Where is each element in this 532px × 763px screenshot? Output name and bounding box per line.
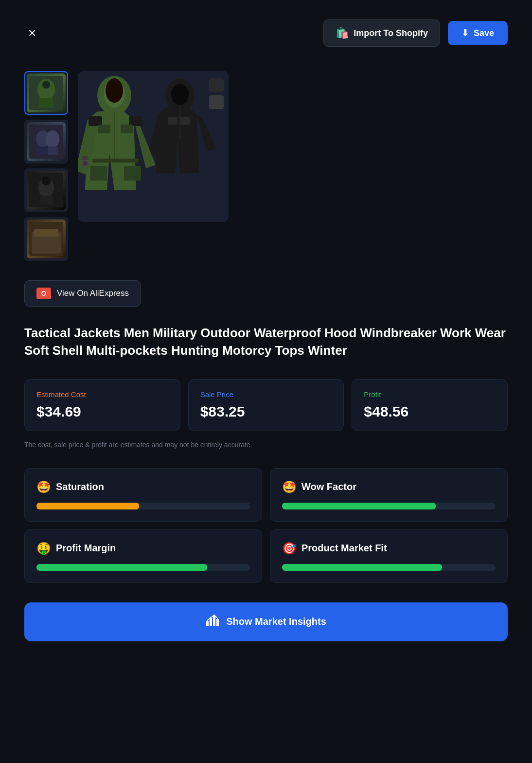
product-market-fit-title: 🎯 Product Market Fit (282, 542, 496, 555)
wow-factor-emoji: 🤩 (282, 480, 297, 494)
svg-rect-15 (34, 229, 58, 236)
header-actions: 🛍️ Import To Shopify ⬇ Save (323, 19, 508, 47)
shopify-icon: 🛍️ (336, 27, 349, 39)
sale-price-value: $83.25 (200, 403, 332, 420)
svg-rect-19 (180, 117, 190, 125)
product-market-fit-emoji: 🎯 (282, 542, 297, 555)
svg-point-34 (83, 161, 88, 166)
wow-factor-label: Wow Factor (301, 481, 356, 492)
svg-point-21 (171, 84, 189, 105)
aliexpress-label: View On AliExpress (57, 289, 129, 298)
svg-rect-43 (213, 616, 215, 626)
wow-factor-card: 🤩 Wow Factor (270, 468, 508, 522)
aliexpress-icon (36, 288, 51, 299)
saturation-progress-fill (36, 503, 139, 509)
thumbnail-image-4 (27, 219, 66, 258)
profit-margin-progress-fill (36, 564, 207, 571)
page-container: × 🛍️ Import To Shopify ⬇ Save (0, 0, 532, 763)
svg-rect-29 (92, 159, 139, 163)
profit-margin-emoji: 🤑 (36, 542, 51, 555)
price-disclaimer: The cost, sale price & profit are estima… (24, 441, 508, 449)
svg-point-6 (46, 130, 59, 148)
profit-value: $48.56 (364, 403, 496, 420)
profit-margin-progress-bg (36, 564, 250, 571)
svg-rect-42 (210, 618, 212, 626)
svg-rect-11 (40, 196, 53, 204)
price-cards: Estimated Cost $34.69 Sale Price $83.25 … (24, 379, 508, 431)
svg-rect-41 (206, 621, 209, 626)
save-label: Save (474, 28, 494, 38)
product-market-fit-progress-fill (282, 564, 442, 571)
svg-point-12 (42, 177, 51, 185)
svg-point-3 (42, 81, 50, 89)
wow-factor-progress-bg (282, 503, 496, 509)
profit-margin-label: Profit Margin (56, 543, 116, 554)
product-market-fit-label: Product Market Fit (301, 543, 387, 554)
svg-rect-7 (36, 146, 47, 155)
svg-rect-37 (209, 95, 224, 109)
thumbnail-image-2 (27, 122, 66, 161)
product-market-fit-card: 🎯 Product Market Fit (270, 529, 508, 583)
svg-rect-2 (39, 98, 53, 108)
insights-icon (206, 614, 219, 630)
svg-rect-44 (216, 619, 219, 626)
thumbnail-image-3 (27, 171, 66, 210)
thumbnail-3[interactable] (24, 168, 68, 212)
save-button[interactable]: ⬇ Save (448, 21, 508, 45)
thumbnail-2[interactable] (24, 120, 68, 164)
save-icon: ⬇ (461, 28, 469, 38)
saturation-title: 🤩 Saturation (36, 480, 250, 494)
svg-rect-28 (121, 125, 133, 133)
saturation-emoji: 🤩 (36, 480, 51, 494)
thumbnail-image-1 (27, 73, 66, 112)
estimated-cost-value: $34.69 (36, 403, 168, 420)
import-label: Import To Shopify (354, 28, 428, 38)
svg-rect-36 (209, 78, 224, 92)
thumbnail-1[interactable] (24, 71, 68, 115)
show-market-insights-button[interactable]: Show Market Insights (24, 602, 508, 641)
saturation-progress-bg (36, 503, 250, 509)
profit-margin-title: 🤑 Profit Margin (36, 542, 250, 555)
product-images-section (24, 71, 508, 261)
product-market-fit-progress-bg (282, 564, 496, 571)
thumbnail-4[interactable] (24, 217, 68, 261)
svg-point-40 (42, 292, 45, 295)
profit-label: Profit (364, 390, 496, 399)
close-icon: × (28, 25, 36, 40)
import-to-shopify-button[interactable]: 🛍️ Import To Shopify (323, 19, 440, 47)
insights-label: Show Market Insights (226, 616, 326, 627)
svg-rect-18 (168, 117, 177, 125)
svg-point-24 (106, 78, 123, 103)
thumbnail-list (24, 71, 68, 261)
product-title: Tactical Jackets Men Military Outdoor Wa… (24, 324, 508, 360)
profit-margin-card: 🤑 Profit Margin (24, 529, 262, 583)
main-product-image (78, 71, 229, 222)
aliexpress-button[interactable]: View On AliExpress (24, 280, 141, 307)
svg-rect-35 (82, 156, 88, 160)
sale-price-label: Sale Price (200, 390, 332, 399)
wow-factor-progress-fill (282, 503, 436, 509)
metrics-grid: 🤩 Saturation 🤩 Wow Factor 🤑 Profit Margi… (24, 468, 508, 583)
close-button[interactable]: × (24, 22, 40, 44)
saturation-label: Saturation (56, 481, 104, 492)
svg-rect-27 (98, 125, 110, 133)
svg-rect-31 (124, 166, 141, 181)
profit-card: Profit $48.56 (352, 379, 508, 431)
estimated-cost-card: Estimated Cost $34.69 (24, 379, 180, 431)
estimated-cost-label: Estimated Cost (36, 390, 168, 399)
saturation-card: 🤩 Saturation (24, 468, 262, 522)
header: × 🛍️ Import To Shopify ⬇ Save (24, 19, 508, 47)
svg-rect-30 (90, 166, 107, 181)
svg-rect-8 (48, 146, 58, 155)
wow-factor-title: 🤩 Wow Factor (282, 480, 496, 494)
sale-price-card: Sale Price $83.25 (188, 379, 344, 431)
